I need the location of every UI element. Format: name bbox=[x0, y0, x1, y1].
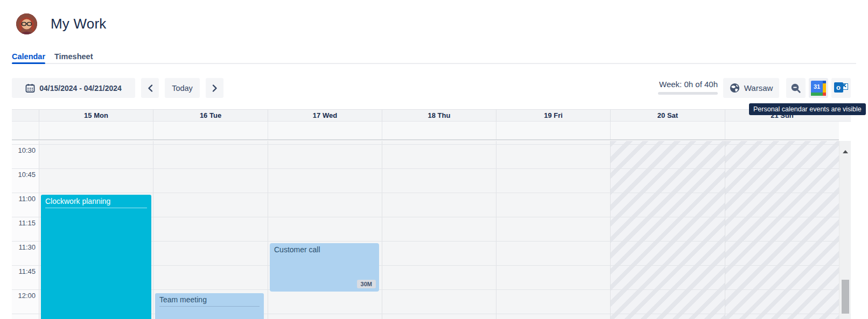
avatar-image bbox=[16, 13, 37, 34]
timezone-label: Warsaw bbox=[744, 83, 773, 93]
day-column-tue[interactable] bbox=[153, 141, 268, 319]
week-progress-bar bbox=[658, 92, 718, 95]
tabs-divider bbox=[12, 63, 856, 64]
event-clockwork-planning[interactable]: Clockwork planning bbox=[41, 195, 151, 319]
tooltip: Personal calendar events are visible bbox=[749, 103, 866, 115]
event-team-meeting[interactable]: Team meeting bbox=[155, 293, 264, 319]
next-week-button[interactable] bbox=[206, 78, 223, 98]
day-column-thu[interactable] bbox=[382, 141, 496, 319]
all-day-cell-sat[interactable] bbox=[610, 122, 725, 139]
vertical-scrollbar[interactable] bbox=[839, 141, 851, 319]
active-tab-indicator bbox=[12, 62, 45, 64]
day-header-fri: 19 Fri bbox=[496, 110, 610, 122]
date-range-label: 04/15/2024 - 04/21/2024 bbox=[39, 84, 122, 93]
scrollbar-up-arrow[interactable] bbox=[839, 146, 851, 157]
day-header-wed: 17 Wed bbox=[268, 110, 382, 122]
time-label-1030: 10:30 bbox=[12, 146, 36, 154]
page-title: My Work bbox=[51, 16, 106, 32]
day-header-mon: 15 Mon bbox=[39, 110, 153, 122]
all-day-cell-wed[interactable] bbox=[268, 122, 382, 139]
calendar-icon bbox=[25, 83, 35, 93]
globe-icon bbox=[730, 83, 740, 93]
tab-timesheet[interactable]: Timesheet bbox=[54, 52, 93, 61]
outlook-toggle[interactable]: o bbox=[831, 78, 851, 98]
day-header-thu: 18 Thu bbox=[382, 110, 496, 122]
time-label-1045: 10:45 bbox=[12, 171, 36, 179]
previous-week-button[interactable] bbox=[141, 78, 159, 98]
timezone-button[interactable]: Warsaw bbox=[723, 78, 779, 98]
week-time-grid: 10:30 10:45 11:00 11:15 11:30 11:45 12:0… bbox=[12, 141, 839, 319]
week-progress-label: Week: 0h of 40h bbox=[640, 80, 718, 89]
day-header-sat: 20 Sat bbox=[610, 110, 725, 122]
date-range-button[interactable]: 04/15/2024 - 04/21/2024 bbox=[12, 78, 135, 98]
chevron-left-icon bbox=[148, 84, 153, 92]
day-column-fri[interactable] bbox=[496, 141, 610, 319]
event-title: Clockwork planning bbox=[45, 197, 147, 208]
outlook-icon-letter: o bbox=[834, 82, 843, 93]
all-day-cell-tue[interactable] bbox=[153, 122, 268, 139]
time-label-1115: 11:15 bbox=[12, 219, 36, 227]
avatar bbox=[16, 13, 37, 34]
event-duration-badge: 30M bbox=[357, 280, 376, 288]
google-calendar-toggle[interactable]: 31 bbox=[809, 78, 828, 98]
all-day-cell-fri[interactable] bbox=[496, 122, 610, 139]
time-label-1100: 11:00 bbox=[12, 195, 36, 203]
event-title: Team meeting bbox=[159, 295, 260, 307]
time-label-1200: 12:00 bbox=[12, 292, 36, 300]
day-column-sat[interactable] bbox=[610, 141, 725, 319]
all-day-cell-mon[interactable] bbox=[39, 122, 153, 139]
day-column-sun[interactable] bbox=[725, 141, 839, 319]
day-header-tue: 16 Tue bbox=[153, 110, 268, 122]
event-customer-call[interactable]: Customer call 30M bbox=[270, 243, 379, 292]
time-label-1130: 11:30 bbox=[12, 243, 36, 251]
tab-calendar[interactable]: Calendar bbox=[12, 52, 45, 61]
scrollbar-thumb[interactable] bbox=[842, 280, 849, 314]
google-calendar-icon-number: 31 bbox=[811, 81, 823, 93]
zoom-out-button[interactable] bbox=[786, 78, 806, 98]
chevron-right-icon bbox=[212, 84, 218, 92]
all-day-cell-sun[interactable] bbox=[725, 122, 839, 139]
day-column-wed[interactable] bbox=[268, 141, 382, 319]
all-day-cell-thu[interactable] bbox=[382, 122, 496, 139]
google-calendar-icon: 31 bbox=[811, 81, 826, 96]
today-button[interactable]: Today bbox=[165, 78, 200, 98]
event-title: Customer call bbox=[274, 245, 375, 256]
outlook-icon: o bbox=[834, 82, 849, 94]
all-day-row bbox=[12, 122, 839, 140]
time-label-1145: 11:45 bbox=[12, 267, 36, 275]
zoom-out-icon bbox=[790, 83, 801, 94]
calendar-day-header-row: 15 Mon 16 Tue 17 Wed 18 Thu 19 Fri 20 Sa… bbox=[12, 109, 851, 122]
